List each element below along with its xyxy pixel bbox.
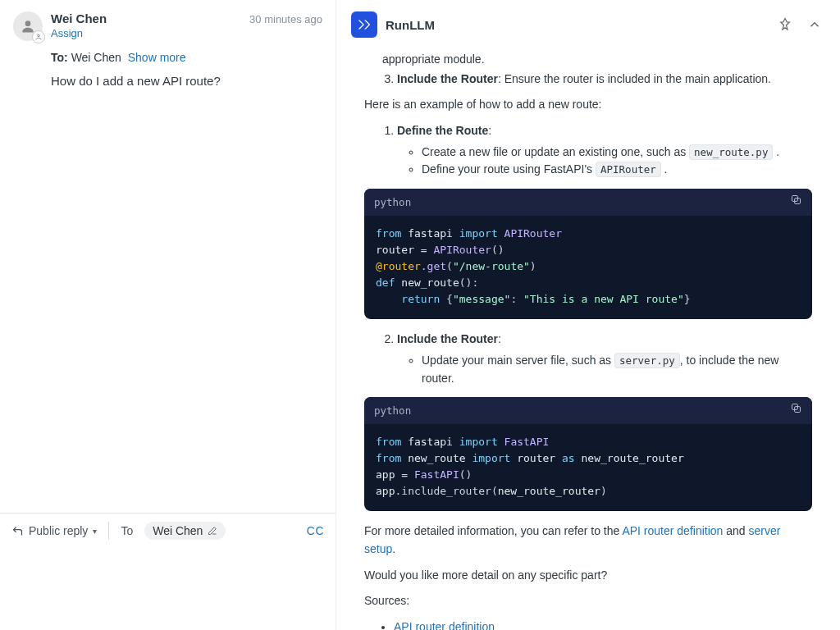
ticket-timestamp: 30 minutes ago <box>249 13 322 25</box>
ticket-header: Wei Chen 30 minutes ago Assign To: Wei C… <box>0 0 336 64</box>
chevron-down-icon: ▾ <box>93 527 97 536</box>
avatar-badge <box>32 30 45 43</box>
ai-panel: RunLLM appropriate module. Include the R… <box>336 0 840 630</box>
example-step-2-list: Include the Router: Update your main ser… <box>364 331 812 387</box>
svg-point-0 <box>25 21 31 26</box>
svg-point-1 <box>38 34 40 37</box>
code-block-2: python from fastapi import FastAPI from … <box>364 397 812 511</box>
inline-code: new_route.py <box>689 144 773 160</box>
to-name: Wei Chen <box>71 51 121 64</box>
pencil-icon <box>208 526 217 536</box>
example-intro: Here is an example of how to add a new r… <box>364 96 812 114</box>
reply-mode-label: Public reply <box>29 524 88 537</box>
ticket-pane: Wei Chen 30 minutes ago Assign To: Wei C… <box>0 0 336 630</box>
divider <box>108 522 109 540</box>
inline-code: server.py <box>614 353 680 368</box>
ticket-body: How do I add a new API route? <box>0 64 336 91</box>
recipient-chip[interactable]: Wei Chen <box>144 522 226 540</box>
pin-icon <box>778 17 792 32</box>
more-info-para: For more detailed information, you can r… <box>364 523 812 558</box>
app-title: RunLLM <box>386 18 435 32</box>
copy-code-button[interactable] <box>790 194 802 210</box>
sources-label: Sources: <box>364 592 812 610</box>
example-step-1-list: Define the Route: Create a new file or u… <box>364 122 812 179</box>
ai-response-body[interactable]: appropriate module. Include the Router: … <box>336 49 840 630</box>
intro-fragment: appropriate module. <box>382 51 812 69</box>
show-more-link[interactable]: Show more <box>128 51 186 64</box>
followup-question: Would you like more detail on any specif… <box>364 567 812 585</box>
code-content: from fastapi import APIRouter router = A… <box>364 216 812 320</box>
assign-link[interactable]: Assign <box>51 27 83 39</box>
to-label: To: <box>51 51 68 64</box>
ex1-bullet-1: Create a new file or update an existing … <box>422 144 812 162</box>
copy-icon <box>790 194 802 206</box>
code-lang-label: python <box>374 403 790 418</box>
link-api-router[interactable]: API router definition <box>622 524 723 537</box>
intro-list: appropriate module. Include the Router: … <box>364 51 812 88</box>
reply-mode-selector[interactable]: Public reply ▾ <box>11 524 97 537</box>
ex1-bullet-2: Define your route using FastAPI's APIRou… <box>422 161 812 179</box>
sources-list: API router definition server setup <box>364 619 812 630</box>
code-content: from fastapi import FastAPI from new_rou… <box>364 424 812 512</box>
intro-step-2: Include the Router: Ensure the router is… <box>397 71 812 89</box>
code-lang-label: python <box>374 194 790 210</box>
cc-button[interactable]: CC <box>307 524 324 537</box>
source-link-1[interactable]: API router definition <box>394 620 495 630</box>
app-logo-icon <box>355 16 373 34</box>
collapse-button[interactable] <box>804 14 825 35</box>
reply-icon <box>11 525 24 537</box>
copy-code-button[interactable] <box>790 402 802 418</box>
composer-bar: Public reply ▾ To Wei Chen CC <box>0 513 336 548</box>
copy-icon <box>790 402 802 414</box>
user-badge-icon <box>34 33 43 41</box>
example-step-1: Define the Route: Create a new file or u… <box>397 122 812 179</box>
ex2-bullet-1: Update your main server file, such as se… <box>422 352 812 387</box>
requester-name: Wei Chen <box>51 11 107 25</box>
inline-code: APIRouter <box>596 162 661 177</box>
app-badge <box>351 11 377 38</box>
composer-to-label: To <box>121 524 133 537</box>
ai-panel-header: RunLLM <box>336 0 840 49</box>
chevron-up-icon <box>807 17 822 32</box>
example-step-2: Include the Router: Update your main ser… <box>397 331 812 387</box>
pin-button[interactable] <box>774 14 796 35</box>
code-block-1: python from fastapi import APIRouter rou… <box>364 189 812 319</box>
recipient-chip-label: Wei Chen <box>153 524 203 537</box>
requester-avatar[interactable] <box>13 11 43 41</box>
